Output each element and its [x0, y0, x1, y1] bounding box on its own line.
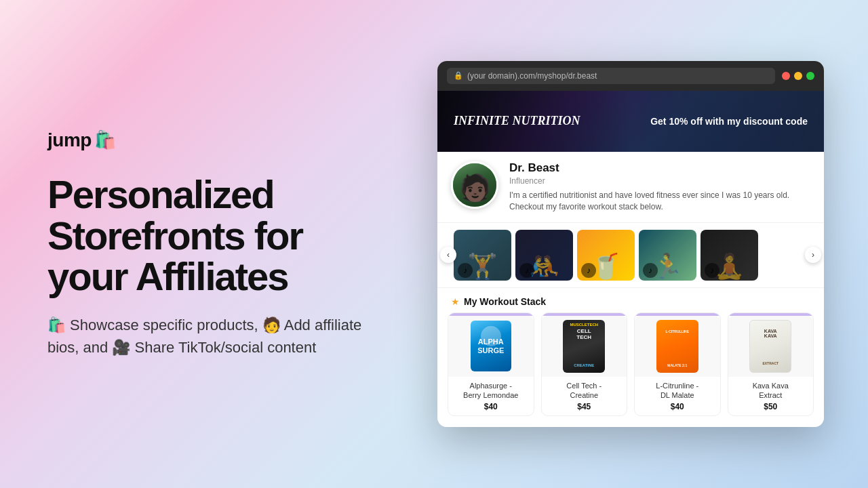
citruline-bottle: MALATE 2:1 — [656, 320, 698, 373]
products-header: ★ My Workout Stack — [437, 288, 824, 312]
kava-info: Kava KavaExtract $50 — [728, 377, 814, 416]
profile-section: 🧑🏿 Dr. Beast Influencer I'm a certified … — [437, 152, 824, 223]
star-icon: ★ — [451, 296, 460, 307]
video-thumb-5[interactable]: 🧘 ♪ — [701, 230, 758, 281]
celltech-price: $45 — [547, 402, 622, 411]
tiktok-icon-5: ♪ — [710, 266, 714, 275]
banner-promo-area: Get 10% off with my discount code — [650, 115, 808, 127]
celltech-info: Cell Tech -Creatine $45 — [542, 377, 627, 416]
headline: Personalized Storefronts for your Affili… — [47, 174, 373, 298]
tiktok-overlay-1: ♪ — [458, 263, 473, 278]
scroll-right-button[interactable]: › — [805, 247, 821, 263]
store-content: Infinite Nutrition Get 10% off with my d… — [437, 91, 824, 427]
video-thumb-4[interactable]: 🏃 ♪ — [639, 230, 696, 281]
browser-dots — [782, 72, 814, 80]
video-thumb-3[interactable]: 🥤 ♪ — [577, 230, 635, 281]
product-image-alphasurge: ALPHASURGE — [448, 316, 534, 377]
tiktok-icon-1: ♪ — [463, 266, 467, 275]
logo-icon: 🛍️ — [94, 129, 116, 150]
avatar: 🧑🏿 — [451, 161, 498, 209]
kava-name: Kava KavaExtract — [734, 381, 808, 401]
alphasurge-bottle: ALPHASURGE — [471, 321, 511, 371]
url-text: (your domain).com/myshop/dr.beast — [467, 71, 597, 81]
product-image-citruline: MALATE 2:1 — [635, 316, 720, 377]
banner-brand-text: Infinite Nutrition — [454, 114, 580, 129]
url-bar: 🔒 (your domain).com/myshop/dr.beast — [447, 68, 775, 84]
browser-bar: 🔒 (your domain).com/myshop/dr.beast — [437, 61, 824, 91]
products-section-title: My Workout Stack — [464, 296, 546, 307]
logo: jump 🛍️ — [47, 129, 373, 151]
products-grid: ALPHASURGE Alphasurge -Berry Lemondae $4… — [437, 312, 824, 428]
avatar-image: 🧑🏿 — [453, 163, 496, 207]
browser-window: 🔒 (your domain).com/myshop/dr.beast Infi… — [437, 61, 824, 427]
store-banner: Infinite Nutrition Get 10% off with my d… — [437, 91, 824, 152]
video-thumb-1[interactable]: 🏋️ ♪ — [454, 230, 511, 281]
tiktok-overlay-2: ♪ — [519, 263, 534, 278]
lock-icon: 🔒 — [454, 71, 463, 80]
kava-bottle: EXTRACT — [749, 320, 791, 373]
product-card-alphasurge[interactable]: ALPHASURGE Alphasurge -Berry Lemondae $4… — [448, 312, 534, 417]
product-image-kava: EXTRACT — [728, 316, 814, 377]
profile-bio: I'm a certified nutritionist and have lo… — [509, 190, 810, 213]
alphasurge-name: Alphasurge -Berry Lemondae — [454, 381, 528, 401]
videos-scroll: 🏋️ ♪ 🤼 ♪ 🥤 ♪ — [437, 230, 824, 281]
product-card-kava[interactable]: EXTRACT Kava KavaExtract $50 — [728, 312, 814, 417]
dot-red — [782, 72, 790, 80]
tiktok-icon-4: ♪ — [648, 266, 652, 275]
tiktok-overlay-5: ♪ — [705, 263, 719, 278]
alphasurge-price: $40 — [454, 402, 528, 411]
video-thumb-2[interactable]: 🤼 ♪ — [515, 230, 573, 281]
profile-info: Dr. Beast Influencer I'm a certified nut… — [509, 161, 810, 213]
profile-role: Influencer — [509, 176, 810, 186]
left-section: jump 🛍️ Personalized Storefronts for you… — [0, 89, 420, 400]
celltech-name: Cell Tech -Creatine — [547, 381, 622, 401]
tiktok-icon-3: ♪ — [587, 266, 591, 275]
product-card-citruline[interactable]: MALATE 2:1 L-Citrunline -DL Malate $40 — [634, 312, 721, 417]
logo-text: jump — [47, 129, 92, 151]
citruline-name: L-Citrunline -DL Malate — [640, 381, 715, 401]
dot-green — [806, 72, 814, 80]
scroll-left-button[interactable]: ‹ — [440, 247, 456, 263]
right-section: 🔒 (your domain).com/myshop/dr.beast Infi… — [420, 41, 868, 447]
celltech-bottle: CREATINE — [563, 320, 605, 373]
product-card-celltech[interactable]: CREATINE Cell Tech -Creatine $45 — [541, 312, 628, 417]
banner-brand-name: Infinite Nutrition — [454, 114, 580, 129]
tiktok-icon-2: ♪ — [525, 266, 529, 275]
product-image-celltech: CREATINE — [542, 316, 627, 377]
videos-section: ‹ 🏋️ ♪ 🤼 ♪ 🥤 — [437, 223, 824, 288]
alphasurge-info: Alphasurge -Berry Lemondae $40 — [448, 377, 534, 416]
dot-yellow — [794, 72, 802, 80]
banner-promo-text: Get 10% off with my discount code — [650, 115, 808, 127]
tiktok-overlay-3: ♪ — [581, 263, 596, 278]
subtitle: 🛍️ Showcase specific products, 🧑 Add aff… — [47, 314, 373, 359]
tiktok-overlay-4: ♪ — [643, 263, 658, 278]
profile-name: Dr. Beast — [509, 161, 810, 175]
kava-price: $50 — [734, 402, 808, 411]
citruline-price: $40 — [640, 402, 715, 411]
citruline-info: L-Citrunline -DL Malate $40 — [635, 377, 720, 416]
